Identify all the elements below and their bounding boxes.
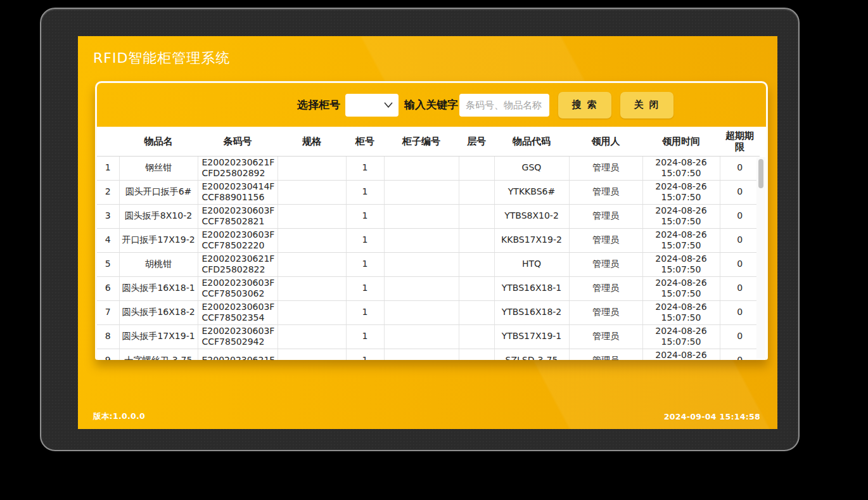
cell-index: 5 xyxy=(97,252,119,276)
cell-code: YTBS16X18-1 xyxy=(494,276,569,300)
cell-user: 管理员 xyxy=(569,204,642,228)
column-header xyxy=(97,127,119,156)
cell-cabinet_id xyxy=(384,276,459,300)
cell-time: 2024-08-26 15:07:50 xyxy=(642,204,720,228)
scrollbar-thumb[interactable] xyxy=(758,159,763,188)
column-header: 物品名 xyxy=(119,127,198,156)
cell-overdue: 0 xyxy=(720,276,760,300)
cell-name: 圆头扳手17X19-1 xyxy=(119,324,198,349)
cell-spec xyxy=(278,349,346,360)
cell-name: 十字螺丝刀-3-75 xyxy=(119,349,198,360)
cell-spec xyxy=(278,204,346,228)
cell-time: 2024-08-26 15:07:50 xyxy=(642,156,720,180)
cell-overdue: 0 xyxy=(720,228,760,252)
cell-name: 开口扳手17X19-2 xyxy=(119,228,198,252)
cell-index: 6 xyxy=(97,276,119,300)
cell-time: 2024-08-26 15:07:50 xyxy=(642,228,720,252)
cell-layer xyxy=(459,276,494,300)
column-header: 条码号 xyxy=(198,127,278,156)
cell-time: 2024-08-26 15:07:50 xyxy=(642,300,720,324)
keyword-label: 输入关键字 xyxy=(404,98,458,112)
cell-index: 3 xyxy=(97,204,119,228)
cell-cabinet_id xyxy=(384,324,459,349)
cell-index: 1 xyxy=(97,156,119,180)
cell-code: HTQ xyxy=(494,252,569,276)
close-button[interactable]: 关 闭 xyxy=(620,92,673,119)
cell-name: 圆头扳手8X10-2 xyxy=(119,204,198,228)
cell-code: GSQ xyxy=(494,156,569,180)
cell-cabinet: 1 xyxy=(346,156,384,180)
app-screen: RFID智能柜管理系统 选择柜号 输入关键字 搜 索 关 闭 xyxy=(78,36,777,429)
cell-cabinet_id xyxy=(384,300,459,324)
cell-user: 管理员 xyxy=(569,156,642,180)
cell-cabinet: 1 xyxy=(346,204,384,228)
cell-time: 2024-08-26 15:07:50 xyxy=(642,252,720,276)
cell-layer xyxy=(459,300,494,324)
main-panel: 选择柜号 输入关键字 搜 索 关 闭 物品名条码号规格柜号柜子编号层号物品代码领… xyxy=(95,81,768,360)
cabinet-select[interactable] xyxy=(345,94,399,117)
cell-spec xyxy=(278,228,346,252)
cell-cabinet_id xyxy=(384,204,459,228)
cell-user: 管理员 xyxy=(569,228,642,252)
cell-code: YTKKBS6# xyxy=(494,180,569,204)
cell-cabinet: 1 xyxy=(346,228,384,252)
column-header: 超期期限 xyxy=(720,127,760,156)
cell-barcode: E20020230414FCCF88901156 xyxy=(198,180,278,204)
cell-layer xyxy=(459,349,494,360)
cabinet-select-label: 选择柜号 xyxy=(297,98,340,112)
cell-name: 圆头扳手16X18-2 xyxy=(119,300,198,324)
cell-spec xyxy=(278,252,346,276)
cell-barcode: E20020230603FCCF78502821 xyxy=(198,204,278,228)
cell-barcode: E20020230621FCFD25802822 xyxy=(198,252,278,276)
clock: 2024-09-04 15:14:58 xyxy=(664,412,760,421)
cell-cabinet_id xyxy=(384,156,459,180)
cell-code: SZLSD-3-75 xyxy=(494,349,569,360)
cell-user: 管理员 xyxy=(569,252,642,276)
cell-layer xyxy=(459,324,494,349)
cell-cabinet_id xyxy=(384,180,459,204)
cell-user: 管理员 xyxy=(569,276,642,300)
cell-barcode: E20020230603FCCF78502942 xyxy=(198,324,278,349)
cell-code: YTBS16X18-2 xyxy=(494,300,569,324)
search-button[interactable]: 搜 索 xyxy=(558,92,611,119)
cell-code: YTBS17X19-1 xyxy=(494,324,569,349)
column-header: 领用人 xyxy=(569,127,642,156)
cell-barcode: E20020230603FCCF78502220 xyxy=(198,228,278,252)
cell-code: YTBS8X10-2 xyxy=(494,204,569,228)
cell-layer xyxy=(459,180,494,204)
table-row: 3圆头扳手8X10-2E20020230603FCCF785028211YTBS… xyxy=(97,204,760,228)
cell-index: 9 xyxy=(97,349,119,360)
cell-barcode: E20020230621F xyxy=(198,349,278,360)
cell-barcode: E20020230603FCCF78503062 xyxy=(198,276,278,300)
cell-cabinet: 1 xyxy=(346,300,384,324)
table-row: 1钢丝钳E20020230621FCFD258028921GSQ管理员2024-… xyxy=(97,156,760,180)
table-header-row: 物品名条码号规格柜号柜子编号层号物品代码领用人领用时间超期期限 xyxy=(97,127,760,156)
cell-spec xyxy=(278,180,346,204)
cell-name: 钢丝钳 xyxy=(119,156,198,180)
cell-overdue: 0 xyxy=(720,252,760,276)
column-header: 层号 xyxy=(459,127,494,156)
chevron-down-icon xyxy=(384,102,393,108)
table-row: 4开口扳手17X19-2E20020230603FCCF785022201KKB… xyxy=(97,228,760,252)
cell-time: 2024-08-26 15:07:50 xyxy=(642,349,720,360)
cell-cabinet: 1 xyxy=(346,276,384,300)
cell-user: 管理员 xyxy=(569,349,642,360)
cell-barcode: E20020230621FCFD25802892 xyxy=(198,156,278,180)
cell-layer xyxy=(459,204,494,228)
column-header: 柜号 xyxy=(346,127,384,156)
cell-time: 2024-08-26 15:07:50 xyxy=(642,324,720,349)
table-scrollbar[interactable] xyxy=(756,157,765,359)
status-bar: 版本:1.0.0.0 2024-09-04 15:14:58 xyxy=(78,407,777,429)
table-row: 7圆头扳手16X18-2E20020230603FCCF785023541YTB… xyxy=(97,300,760,324)
version-label: 版本:1.0.0.0 xyxy=(93,411,145,422)
table-row: 8圆头扳手17X19-1E20020230603FCCF785029421YTB… xyxy=(97,324,760,349)
keyword-input[interactable] xyxy=(459,94,549,117)
table-area: 物品名条码号规格柜号柜子编号层号物品代码领用人领用时间超期期限 1钢丝钳E200… xyxy=(97,127,766,360)
cell-index: 7 xyxy=(97,300,119,324)
table-row: 6圆头扳手16X18-1E20020230603FCCF785030621YTB… xyxy=(97,276,760,300)
cell-overdue: 0 xyxy=(720,156,760,180)
cell-overdue: 0 xyxy=(720,349,760,360)
cell-cabinet_id xyxy=(384,349,459,360)
cell-spec xyxy=(278,156,346,180)
cell-cabinet_id xyxy=(384,252,459,276)
